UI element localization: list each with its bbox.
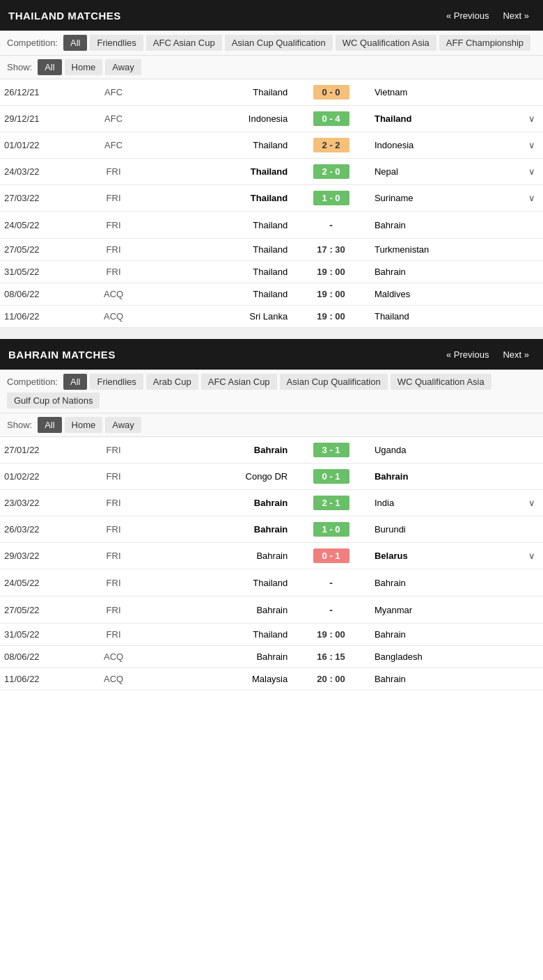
table-row[interactable]: 29/12/21 AFC Indonesia 0 - 4 Thailand ∨ bbox=[0, 106, 543, 132]
score-time: 19 : 00 bbox=[317, 311, 345, 322]
table-row[interactable]: 08/06/22 ACQ Bahrain 16 : 15 Bangladesh bbox=[0, 646, 543, 668]
thailand-show-label: Show: bbox=[7, 62, 32, 72]
table-row[interactable]: 01/02/22 FRI Congo DR 0 - 1 Bahrain bbox=[0, 464, 543, 490]
thailand-comp-aff[interactable]: AFF Championship bbox=[439, 35, 530, 51]
table-row[interactable]: 24/05/22 FRI Thailand - Bahrain bbox=[0, 212, 543, 239]
thailand-comp-filter-row: Competition: All Friendlies AFC Asian Cu… bbox=[0, 31, 543, 56]
thailand-section: THAILAND MATCHES « Previous Next » Compe… bbox=[0, 0, 543, 328]
match-expand bbox=[520, 596, 543, 624]
match-date: 27/05/22 bbox=[0, 596, 85, 624]
match-comp: FRI bbox=[85, 569, 142, 596]
match-expand[interactable]: ∨ bbox=[520, 185, 543, 212]
match-away: Bahrain bbox=[369, 569, 520, 596]
bahrain-comp-all[interactable]: All bbox=[63, 374, 87, 390]
score-orange: 2 - 2 bbox=[313, 138, 349, 152]
bahrain-header: BAHRAIN MATCHES « Previous Next » bbox=[0, 339, 543, 370]
table-row[interactable]: 31/05/22 FRI Thailand 19 : 00 Bahrain bbox=[0, 261, 543, 283]
table-row[interactable]: 11/06/22 ACQ Malaysia 20 : 00 Bahrain bbox=[0, 668, 543, 690]
thailand-show-home[interactable]: Home bbox=[65, 59, 103, 75]
bahrain-section: BAHRAIN MATCHES « Previous Next » Compet… bbox=[0, 339, 543, 690]
bahrain-comp-asian-cup-qual[interactable]: Asian Cup Qualification bbox=[280, 374, 388, 390]
match-date: 08/06/22 bbox=[0, 646, 85, 668]
match-expand bbox=[520, 624, 543, 646]
bahrain-next-button[interactable]: Next » bbox=[497, 347, 535, 363]
match-home: Thailand bbox=[142, 159, 293, 185]
match-away: Maldives bbox=[369, 283, 520, 306]
table-row[interactable]: 27/05/22 FRI Bahrain - Myanmar bbox=[0, 596, 543, 624]
match-comp: FRI bbox=[85, 624, 142, 646]
thailand-comp-friendlies[interactable]: Friendlies bbox=[90, 35, 143, 51]
score-dash: - bbox=[313, 602, 349, 617]
match-score: 2 - 1 bbox=[293, 490, 369, 516]
match-comp: ACQ bbox=[85, 646, 142, 668]
expand-icon[interactable]: ∨ bbox=[528, 140, 535, 150]
table-row[interactable]: 24/03/22 FRI Thailand 2 - 0 Nepal ∨ bbox=[0, 159, 543, 185]
score-time: 16 : 15 bbox=[317, 651, 345, 662]
match-expand[interactable]: ∨ bbox=[520, 106, 543, 132]
bahrain-show-all[interactable]: All bbox=[38, 417, 61, 433]
bahrain-title: BAHRAIN MATCHES bbox=[8, 349, 116, 361]
table-row[interactable]: 29/03/22 FRI Bahrain 0 - 1 Belarus ∨ bbox=[0, 543, 543, 569]
expand-icon[interactable]: ∨ bbox=[528, 551, 535, 561]
match-date: 29/12/21 bbox=[0, 106, 85, 132]
match-away: Bahrain bbox=[369, 668, 520, 690]
table-row[interactable]: 27/01/22 FRI Bahrain 3 - 1 Uganda bbox=[0, 437, 543, 464]
match-score: 16 : 15 bbox=[293, 646, 369, 668]
score-time: 17 : 30 bbox=[317, 244, 345, 255]
bahrain-comp-afc-asian-cup[interactable]: AFC Asian Cup bbox=[201, 374, 277, 390]
thailand-comp-label: Competition: bbox=[7, 38, 58, 48]
match-away: Bahrain bbox=[369, 261, 520, 283]
table-row[interactable]: 08/06/22 ACQ Thailand 19 : 00 Maldives bbox=[0, 283, 543, 306]
bahrain-comp-gulf-cup[interactable]: Gulf Cup of Nations bbox=[7, 393, 100, 409]
match-home: Thailand bbox=[142, 132, 293, 159]
table-row[interactable]: 26/03/22 FRI Bahrain 1 - 0 Burundi bbox=[0, 516, 543, 543]
expand-icon[interactable]: ∨ bbox=[528, 113, 535, 124]
expand-icon[interactable]: ∨ bbox=[528, 498, 535, 508]
expand-icon[interactable]: ∨ bbox=[528, 193, 535, 203]
match-expand bbox=[520, 212, 543, 239]
bahrain-matches-table: 27/01/22 FRI Bahrain 3 - 1 Uganda 01/02/… bbox=[0, 437, 543, 690]
bahrain-comp-arab-cup[interactable]: Arab Cup bbox=[146, 374, 198, 390]
bahrain-prev-button[interactable]: « Previous bbox=[441, 347, 494, 363]
match-expand[interactable]: ∨ bbox=[520, 159, 543, 185]
match-date: 31/05/22 bbox=[0, 624, 85, 646]
expand-icon[interactable]: ∨ bbox=[528, 166, 535, 177]
bahrain-show-home[interactable]: Home bbox=[65, 417, 103, 433]
table-row[interactable]: 24/05/22 FRI Thailand - Bahrain bbox=[0, 569, 543, 596]
table-row[interactable]: 11/06/22 ACQ Sri Lanka 19 : 00 Thailand bbox=[0, 306, 543, 328]
table-row[interactable]: 26/12/21 AFC Thailand 0 - 0 Vietnam bbox=[0, 79, 543, 106]
match-away: Myanmar bbox=[369, 596, 520, 624]
thailand-prev-button[interactable]: « Previous bbox=[441, 8, 494, 24]
match-home: Thailand bbox=[142, 239, 293, 261]
table-row[interactable]: 27/05/22 FRI Thailand 17 : 30 Turkmenist… bbox=[0, 239, 543, 261]
thailand-comp-wc-qual[interactable]: WC Qualification Asia bbox=[336, 35, 436, 51]
table-row[interactable]: 01/01/22 AFC Thailand 2 - 2 Indonesia ∨ bbox=[0, 132, 543, 159]
table-row[interactable]: 23/03/22 FRI Bahrain 2 - 1 India ∨ bbox=[0, 490, 543, 516]
match-score: 0 - 4 bbox=[293, 106, 369, 132]
match-comp: FRI bbox=[85, 212, 142, 239]
bahrain-comp-friendlies[interactable]: Friendlies bbox=[90, 374, 143, 390]
match-home: Bahrain bbox=[142, 516, 293, 543]
thailand-comp-afc-asian-cup[interactable]: AFC Asian Cup bbox=[146, 35, 222, 51]
match-comp: FRI bbox=[85, 261, 142, 283]
thailand-show-all[interactable]: All bbox=[38, 59, 61, 75]
match-expand[interactable]: ∨ bbox=[520, 543, 543, 569]
score-green: 1 - 0 bbox=[313, 191, 349, 205]
match-expand bbox=[520, 668, 543, 690]
thailand-comp-all[interactable]: All bbox=[63, 35, 87, 51]
match-date: 24/05/22 bbox=[0, 212, 85, 239]
match-comp: FRI bbox=[85, 464, 142, 490]
thailand-next-button[interactable]: Next » bbox=[497, 8, 535, 24]
score-time: 19 : 00 bbox=[317, 629, 345, 640]
match-expand[interactable]: ∨ bbox=[520, 490, 543, 516]
thailand-comp-asian-cup-qual[interactable]: Asian Cup Qualification bbox=[225, 35, 333, 51]
match-expand[interactable]: ∨ bbox=[520, 132, 543, 159]
bahrain-comp-wc-qual[interactable]: WC Qualification Asia bbox=[391, 374, 491, 390]
table-row[interactable]: 27/03/22 FRI Thailand 1 - 0 Suriname ∨ bbox=[0, 185, 543, 212]
table-row[interactable]: 31/05/22 FRI Thailand 19 : 00 Bahrain bbox=[0, 624, 543, 646]
match-expand bbox=[520, 437, 543, 464]
match-date: 23/03/22 bbox=[0, 490, 85, 516]
thailand-show-away[interactable]: Away bbox=[105, 59, 141, 75]
match-away: Thailand bbox=[369, 106, 520, 132]
bahrain-show-away[interactable]: Away bbox=[105, 417, 141, 433]
